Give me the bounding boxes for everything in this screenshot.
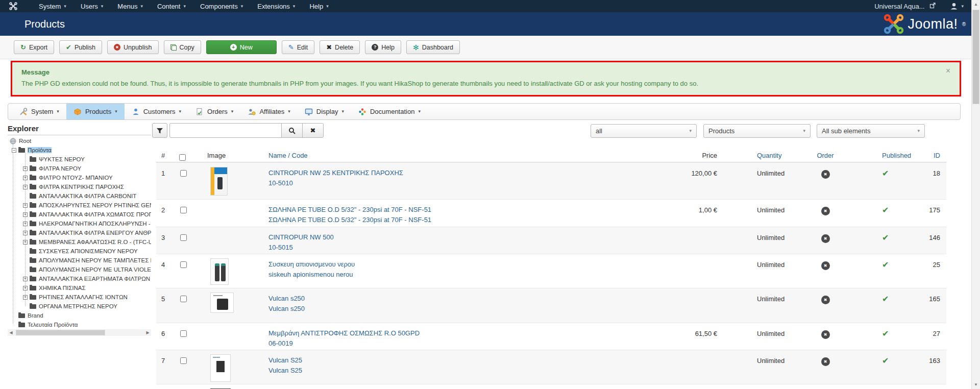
- tree-item[interactable]: ΨΥΚΤΕΣ ΝΕΡΟΥ: [8, 155, 151, 164]
- hikashop-menu-affiliates[interactable]: Affiliates▾: [240, 104, 297, 119]
- tree-item[interactable]: ΑΠΟΛΥΜΑΝΣΗ ΝΕΡΟΥ ΜΕ ΤΑΜΠΛΕΤΕΣ DUTRIO: [8, 256, 151, 265]
- header-id-sort[interactable]: ID: [934, 152, 940, 159]
- user-menu[interactable]: ▾: [950, 2, 964, 10]
- hikashop-menu-products[interactable]: Products▾: [66, 104, 125, 119]
- expand-icon[interactable]: [23, 203, 28, 208]
- scroll-up-arrow-icon[interactable]: ▲: [972, 0, 980, 9]
- published-check-icon[interactable]: ✔: [882, 260, 889, 269]
- order-disabled-icon[interactable]: ✖: [821, 296, 830, 304]
- published-check-icon[interactable]: ✔: [882, 206, 889, 214]
- header-order-sort[interactable]: Order: [817, 152, 834, 159]
- hikashop-menu-orders[interactable]: Orders▾: [188, 104, 240, 119]
- product-name-link[interactable]: ΣΩΛΗΝΑ PE TUBE O.D 5/32" - 230psi at 70F…: [268, 206, 672, 213]
- scroll-down-arrow-icon[interactable]: ▼: [972, 380, 980, 389]
- tree-item[interactable]: ΦΙΛΤΡΟ ΝΤΟΥΖ- ΜΠΑΝΙΟΥ: [8, 173, 151, 182]
- expand-icon[interactable]: [23, 212, 28, 217]
- order-disabled-icon[interactable]: ✖: [821, 207, 830, 215]
- tree-item[interactable]: ΜΕΜΒΡΑΝΕΣ ΑΦΑΛΑΤΩΣΗΣ R.O - (TFC-UF-BW-S: [8, 237, 151, 247]
- tree-item-root[interactable]: Root: [8, 136, 151, 145]
- tree-item[interactable]: ΦΙΛΤΡΑ ΚΕΝΤΡΙΚΗΣ ΠΑΡΟΧΗΣ: [8, 182, 151, 191]
- hikashop-menu-documentation[interactable]: Documentation▾: [351, 104, 428, 119]
- row-checkbox[interactable]: [180, 170, 187, 177]
- tree-item[interactable]: Τελευταία Προϊόντα: [8, 320, 151, 329]
- order-disabled-icon[interactable]: ✖: [821, 261, 830, 270]
- site-name-link[interactable]: Universal Aqua...: [874, 3, 924, 10]
- tree-item[interactable]: Προϊόντα: [8, 145, 151, 155]
- tree-item[interactable]: ΦΙΛΤΡΑ ΝΕΡΟΥ: [8, 164, 151, 173]
- expand-icon[interactable]: [23, 176, 28, 180]
- new-button[interactable]: +New: [206, 40, 277, 54]
- tree-item[interactable]: ΟΡΓΑΝΑ ΜΕΤΡΗΣΗΣ ΝΕΡΟΥ: [8, 302, 151, 311]
- publish-button[interactable]: ✔Publish: [59, 40, 102, 54]
- product-code-link[interactable]: 06-0019: [268, 339, 672, 347]
- published-check-icon[interactable]: ✔: [882, 295, 889, 303]
- expand-icon[interactable]: [23, 277, 28, 281]
- order-disabled-icon[interactable]: ✖: [821, 234, 830, 243]
- row-checkbox[interactable]: [180, 207, 187, 213]
- tree-item[interactable]: ΑΠΟΣΚΛΗΡΥΝΤΕΣ ΝΕΡΟΥ ΡΗΤΙΝΗΣ GENERAL EL: [8, 201, 151, 210]
- product-name-link[interactable]: CINTROPUR NW 25 ΚΕΝΤΡΙΚΗΣ ΠΑΡΟΧΗΣ: [268, 169, 672, 177]
- clear-search-button[interactable]: ✖: [302, 123, 324, 138]
- product-name-link[interactable]: Vulcan S25: [268, 356, 672, 364]
- expand-icon[interactable]: [23, 295, 28, 300]
- tree-item[interactable]: ΑΝΤΑΛΛΑΚΤΙΚΑ ΦΙΛΤΡΑ ΧΩΜΑΤΟΣ ΠΡΟΠΥΛΕΝΙΟ: [8, 210, 151, 219]
- product-name-link[interactable]: Vulcan s250: [268, 295, 672, 302]
- delete-button[interactable]: ✖Delete: [320, 40, 360, 54]
- product-code-link[interactable]: Vulcan S25: [268, 367, 672, 374]
- tree-item[interactable]: ΑΝΤΑΛΛΑΚΤΙΚΑ ΦΙΛΤΡΑ ΕΝΕΡΓΟΥ ΑΝΘΡΑΚΑ: [8, 228, 151, 237]
- hikashop-menu-customers[interactable]: Customers▾: [125, 104, 188, 119]
- sidebar-horizontal-scrollbar[interactable]: ◀ ▶: [8, 329, 151, 336]
- tree-item[interactable]: ΡΗΤΙΝΕΣ ΑΝΤΑΛΛΑΓΗΣ ΙΟΝΤΩΝ: [8, 293, 151, 302]
- export-button[interactable]: ↻Export: [14, 40, 54, 54]
- header-quantity-sort[interactable]: Quantity: [757, 152, 781, 159]
- product-code-link[interactable]: Vulcan s250: [268, 305, 672, 312]
- header-published-sort[interactable]: Published: [882, 152, 911, 159]
- menu-system[interactable]: System▾: [32, 0, 74, 12]
- dashboard-button[interactable]: ✻Dashboard: [406, 40, 460, 54]
- menu-users[interactable]: Users▾: [74, 0, 110, 12]
- product-code-link[interactable]: 10-5010: [268, 179, 672, 187]
- tree-item[interactable]: ΣΥΣΚΕΥΕΣ ΑΠΙΟΝΙΣΜΕΝΟΥ ΝΕΡΟΥ: [8, 247, 151, 256]
- row-checkbox[interactable]: [180, 357, 187, 364]
- edit-button[interactable]: ✎Edit: [282, 40, 314, 54]
- published-check-icon[interactable]: ✔: [882, 233, 889, 242]
- search-input[interactable]: [169, 123, 282, 138]
- expand-icon[interactable]: [23, 185, 28, 189]
- search-button[interactable]: [281, 123, 303, 138]
- menu-components[interactable]: Components▾: [193, 0, 250, 12]
- scrollbar-thumb[interactable]: [16, 330, 105, 335]
- product-code-link[interactable]: 10-5015: [268, 244, 672, 251]
- published-check-icon[interactable]: ✔: [882, 329, 889, 338]
- header-name-code-sort[interactable]: Name / Code: [268, 152, 308, 159]
- joomla-mark-icon[interactable]: [9, 2, 17, 10]
- expand-icon[interactable]: [23, 231, 28, 235]
- hikashop-menu-system[interactable]: System▾: [12, 104, 66, 119]
- menu-extensions[interactable]: Extensions▾: [250, 0, 302, 12]
- tree-item[interactable]: ΗΛΕΚΡΟΜΑΓΝΗΤΙΚΗ ΑΠΟΣΚΛΗΡΥΝΣΗ - ΔΙΑΛΥΤΙ: [8, 219, 151, 228]
- product-code-link[interactable]: siskeuh apionismenou nerou: [268, 271, 672, 278]
- tree-item[interactable]: ΑΝΤΑΛΛΑΚΤΙΚΑ ΕΞΑΡΤΗΜΑΤΑ ΦΙΛΤΡΩΝ ΝΕΡΟΥ: [8, 274, 151, 283]
- tree-item[interactable]: ΑΠΟΛΥΜΑΝΣΗ ΝΕΡΟΥ ΜΕ ULTRA VIOLET: [8, 265, 151, 274]
- product-name-link[interactable]: Μεμβράνη ΑΝΤΙΣΤΡΟΦΗΣ ΟΣΜΩΣΗΣ R.O 50GPD: [268, 329, 672, 337]
- row-checkbox[interactable]: [180, 234, 187, 241]
- scrollbar-thumb[interactable]: [972, 10, 979, 104]
- order-disabled-icon[interactable]: ✖: [821, 170, 830, 179]
- product-name-link[interactable]: CINTROPUR NW 500: [268, 233, 672, 241]
- vendor-filter-select[interactable]: all▾: [591, 124, 697, 138]
- copy-button[interactable]: Copy: [164, 40, 201, 54]
- tree-item[interactable]: ΧΗΜΙΚΑ ΠΙΣΙΝΑΣ: [8, 283, 151, 293]
- expand-icon[interactable]: [23, 286, 28, 290]
- menu-help[interactable]: Help▾: [302, 0, 335, 12]
- sub-elements-filter-select[interactable]: All sub elements▾: [817, 124, 925, 138]
- order-disabled-icon[interactable]: ✖: [821, 330, 830, 339]
- select-all-checkbox[interactable]: [179, 154, 186, 161]
- product-name-link[interactable]: Συσκευη απιονισμενου νερου: [268, 260, 672, 268]
- menu-menus[interactable]: Menus▾: [110, 0, 150, 12]
- expand-icon[interactable]: [23, 222, 28, 226]
- help-button[interactable]: ?Help: [365, 40, 401, 54]
- type-filter-select[interactable]: Products▾: [703, 124, 811, 138]
- expand-icon[interactable]: [23, 240, 28, 245]
- published-check-icon[interactable]: ✔: [882, 356, 889, 365]
- close-icon[interactable]: ×: [946, 66, 950, 76]
- scroll-right-arrow-icon[interactable]: ▶: [144, 329, 151, 336]
